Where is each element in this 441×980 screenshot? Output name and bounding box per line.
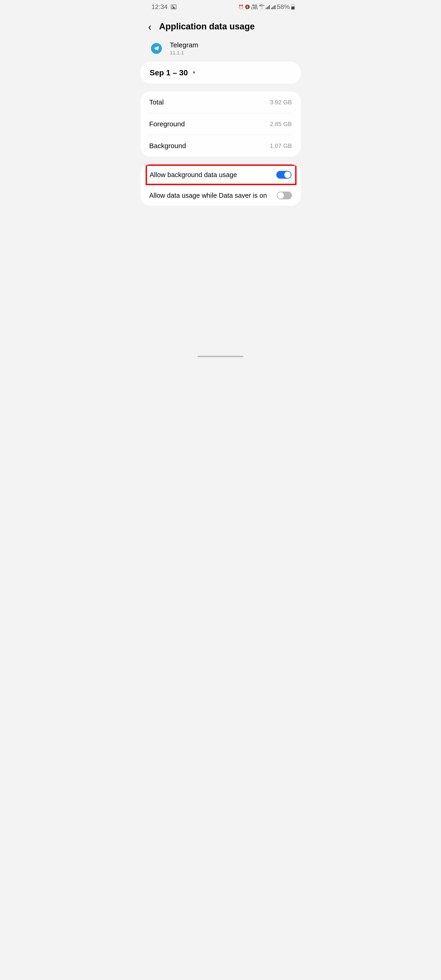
allow-bg-data-row[interactable]: Allow background data usage [146, 164, 296, 185]
telegram-icon [153, 46, 160, 51]
home-indicator[interactable] [197, 356, 244, 357]
network-type-2: 4G+ ↓↑ [259, 4, 264, 10]
signal-icon-1 [266, 5, 270, 9]
network-type-1: Vo)) LTE1 [251, 4, 258, 10]
battery-percent: 58% [277, 3, 290, 11]
foreground-label: Foreground [149, 120, 185, 128]
picture-icon [171, 5, 177, 9]
allow-data-saver-row[interactable]: Allow data usage while Data saver is on [140, 185, 301, 206]
allow-data-saver-label: Allow data usage while Data saver is on [149, 192, 267, 199]
total-value: 3.92 GB [270, 99, 292, 106]
background-row: Background 1.07 GB [140, 135, 301, 157]
app-name: Telegram [170, 41, 198, 49]
alarm-icon: ⏰ [239, 4, 244, 10]
foreground-row: Foreground 2.85 GB [140, 113, 301, 135]
settings-card: Allow background data usage Allow data u… [140, 164, 301, 206]
app-info: Telegram 11.1.1 [140, 38, 302, 60]
back-button[interactable]: ‹ [148, 21, 151, 32]
mute-icon: 🔇 [245, 4, 250, 10]
app-version: 11.1.1 [170, 50, 198, 56]
page-title: Application data usage [159, 22, 255, 32]
allow-bg-data-toggle[interactable] [276, 171, 291, 179]
allow-data-saver-toggle[interactable] [277, 191, 292, 199]
date-range-text: Sep 1 – 30 [150, 68, 188, 77]
background-label: Background [149, 142, 186, 150]
battery-icon [291, 4, 295, 10]
total-label: Total [149, 98, 164, 106]
background-value: 1.07 GB [270, 142, 292, 150]
app-icon [150, 42, 163, 55]
foreground-value: 2.85 GB [270, 121, 292, 128]
date-range-selector[interactable]: Sep 1 – 30 ▼ [150, 68, 291, 77]
status-bar: 12:34 ⏰ 🔇 Vo)) LTE1 4G+ ↓↑ 58% [140, 0, 302, 13]
allow-bg-data-label: Allow background data usage [150, 171, 237, 179]
signal-icon-2 [271, 5, 275, 9]
clock: 12:34 [151, 3, 168, 11]
total-row: Total 3.92 GB [140, 91, 301, 113]
chevron-down-icon: ▼ [192, 70, 196, 75]
usage-card: Total 3.92 GB Foreground 2.85 GB Backgro… [140, 91, 301, 157]
